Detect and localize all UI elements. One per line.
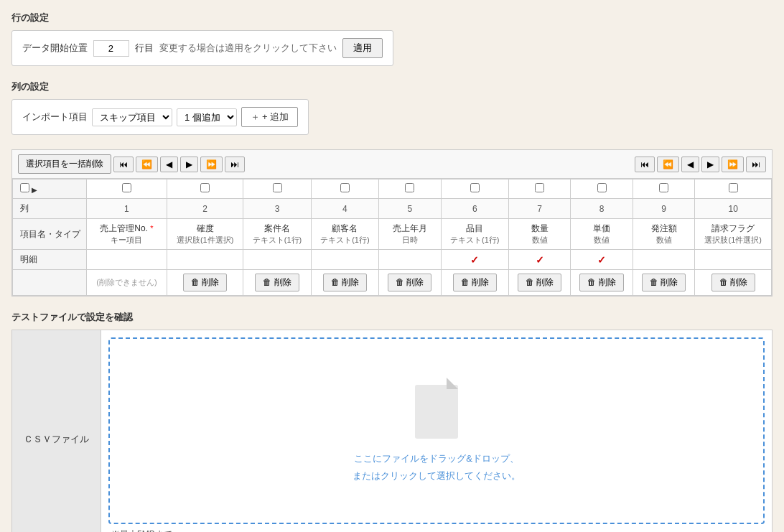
col8-checkbox[interactable] <box>597 183 607 192</box>
nav-right-prev-btn[interactable]: ◀ <box>681 157 699 172</box>
file-icon-fold <box>447 378 458 389</box>
col5-checkbox[interactable] <box>405 183 414 192</box>
col2-checkbox[interactable] <box>200 183 210 192</box>
row-unit: 行目 <box>135 42 154 55</box>
delete-cell-1: (削除できません) <box>87 270 167 296</box>
delete-btn-8[interactable]: 🗑 削除 <box>579 274 623 291</box>
table-toolbar: 選択項目を一括削除 ⏮ ⏪ ◀ ▶ ⏩ ⏭ ⏮ ⏪ ◀ ▶ ⏩ ⏭ <box>12 150 772 179</box>
add-button[interactable]: ＋+ 追加 <box>241 107 298 127</box>
detail-cell-8: ✓ <box>571 250 633 270</box>
item-cell-8: 単価 数値 <box>571 219 633 250</box>
col10-checkbox-cell <box>695 179 772 199</box>
row-settings-title: 行の設定 <box>11 11 773 24</box>
delete-all-button[interactable]: 選択項目を一括削除 <box>18 154 111 174</box>
delete-btn-6[interactable]: 🗑 削除 <box>453 274 497 291</box>
upload-layout: ＣＳＶファイル ここにファイルをドラッグ&ドロップ、 またはクリックして選択して… <box>11 330 773 532</box>
col-num-3: 3 <box>243 199 311 219</box>
delete-btn-3[interactable]: 🗑 削除 <box>255 274 299 291</box>
col-row-label: 列 <box>13 199 87 219</box>
required-mark-1: * <box>150 224 153 233</box>
delete-btn-9[interactable]: 🗑 削除 <box>642 274 686 291</box>
col3-checkbox-cell <box>243 179 311 199</box>
item-type-9: 数値 <box>639 235 689 246</box>
item-cell-2: 確度 選択肢(1件選択) <box>167 219 243 250</box>
detail-cell-2 <box>167 250 243 270</box>
row-settings-panel: データ開始位置 行目 変更する場合は適用をクリックして下さい 適用 <box>11 30 393 66</box>
skip-select[interactable]: スキップ項目 <box>92 108 172 126</box>
data-start-input[interactable] <box>93 40 129 57</box>
delete-btn-4[interactable]: 🗑 削除 <box>323 274 367 291</box>
delete-cell-2: 🗑 削除 <box>167 270 243 296</box>
col-num-5: 5 <box>379 199 442 219</box>
checkbox-row: ▶ <box>13 179 772 199</box>
nav-right-next-next-btn[interactable]: ⏩ <box>722 157 744 172</box>
delete-cell-4: 🗑 削除 <box>311 270 378 296</box>
delete-cell-6: 🗑 削除 <box>441 270 508 296</box>
item-name-2: 確度 <box>173 223 238 235</box>
col-num-1: 1 <box>87 199 167 219</box>
nav-right-last-btn[interactable]: ⏭ <box>746 157 766 172</box>
detail-cell-10 <box>695 250 772 270</box>
item-name-6: 品目 <box>447 223 503 235</box>
nav-first-btn[interactable]: ⏮ <box>113 157 134 172</box>
col6-checkbox-cell <box>441 179 508 199</box>
col10-checkbox[interactable] <box>729 183 738 192</box>
data-start-label: データ開始位置 <box>22 42 88 55</box>
item-type-10: 選択肢(1件選択) <box>701 235 765 246</box>
delete-btn-7[interactable]: 🗑 削除 <box>518 274 561 291</box>
detail-label: 明細 <box>13 250 87 270</box>
upload-dropzone[interactable]: ここにファイルをドラッグ&ドロップ、 またはクリックして選択してください。 <box>108 337 765 524</box>
delete-cell-10: 🗑 削除 <box>695 270 772 296</box>
item-type-6: テキスト(1行) <box>447 235 503 246</box>
table-section: 選択項目を一括削除 ⏮ ⏪ ◀ ▶ ⏩ ⏭ ⏮ ⏪ ◀ ▶ ⏩ ⏭ <box>11 149 773 297</box>
col6-checkbox[interactable] <box>470 183 480 192</box>
upload-area-wrapper: ここにファイルをドラッグ&ドロップ、 またはクリックして選択してください。 ※最… <box>101 330 772 532</box>
nav-right-prev-prev-btn[interactable]: ⏪ <box>657 157 679 172</box>
delete-cell-8: 🗑 削除 <box>571 270 633 296</box>
drop-text: ここにファイルをドラッグ&ドロップ、 またはクリックして選択してください。 <box>353 450 521 484</box>
item-cell-4: 顧客名 テキスト(1行) <box>311 219 378 250</box>
nav-right-first-btn[interactable]: ⏮ <box>635 157 655 172</box>
delete-cell-5: 🗑 削除 <box>379 270 442 296</box>
col9-checkbox[interactable] <box>659 183 668 192</box>
col-num-2: 2 <box>167 199 243 219</box>
apply-button[interactable]: 適用 <box>342 38 383 58</box>
col1-checkbox-cell <box>87 179 167 199</box>
drop-text-line2: またはクリックして選択してください。 <box>353 470 521 481</box>
plus-icon: ＋ <box>251 111 260 122</box>
nav-next-btn[interactable]: ▶ <box>180 157 198 172</box>
col7-checkbox[interactable] <box>535 183 544 192</box>
detail-check-7: ✓ <box>536 254 544 266</box>
item-name-1: 売上管理No. * <box>93 223 161 235</box>
col4-checkbox[interactable] <box>340 183 350 192</box>
delete-cell-7: 🗑 削除 <box>508 270 571 296</box>
toolbar-left: 選択項目を一括削除 ⏮ ⏪ ◀ ▶ ⏩ ⏭ <box>18 154 245 174</box>
delete-btn-10[interactable]: 🗑 削除 <box>711 274 755 291</box>
drop-text-line1: ここにファイルをドラッグ&ドロップ、 <box>354 453 519 464</box>
delete-btn-5[interactable]: 🗑 削除 <box>388 274 431 291</box>
item-name-7: 数量 <box>515 223 565 235</box>
count-select[interactable]: 1 個追加 <box>177 108 237 126</box>
detail-cell-7: ✓ <box>508 250 571 270</box>
col-settings-section: 列の設定 インポート項目 スキップ項目 1 個追加 ＋+ 追加 <box>11 80 773 135</box>
col-num-7: 7 <box>508 199 571 219</box>
detail-cell-9 <box>633 250 695 270</box>
nav-last-btn[interactable]: ⏭ <box>225 157 245 172</box>
item-type-7: 数値 <box>515 235 565 246</box>
nav-right-next-btn[interactable]: ▶ <box>701 157 719 172</box>
nav-prev-prev-btn[interactable]: ⏪ <box>136 157 158 172</box>
csv-label: ＣＳＶファイル <box>12 330 101 532</box>
nav-next-next-btn[interactable]: ⏩ <box>200 157 223 172</box>
col1-checkbox[interactable] <box>122 183 131 192</box>
table-container: 選択項目を一括削除 ⏮ ⏪ ◀ ▶ ⏩ ⏭ ⏮ ⏪ ◀ ▶ ⏩ ⏭ <box>11 149 773 297</box>
file-icon <box>411 378 462 439</box>
nav-prev-btn[interactable]: ◀ <box>160 157 178 172</box>
delete-btn-2[interactable]: 🗑 削除 <box>183 274 227 291</box>
item-cell-1: 売上管理No. * キー項目 <box>87 219 167 250</box>
col5-checkbox-cell <box>379 179 442 199</box>
delete-row: (削除できません) 🗑 削除 🗑 削除 🗑 削除 🗑 削除 🗑 削除 🗑 削除 … <box>13 270 772 296</box>
item-type-2: 選択肢(1件選択) <box>173 235 238 246</box>
detail-cell-3 <box>243 250 311 270</box>
col3-checkbox[interactable] <box>273 183 282 192</box>
select-all-checkbox[interactable] <box>20 183 29 192</box>
